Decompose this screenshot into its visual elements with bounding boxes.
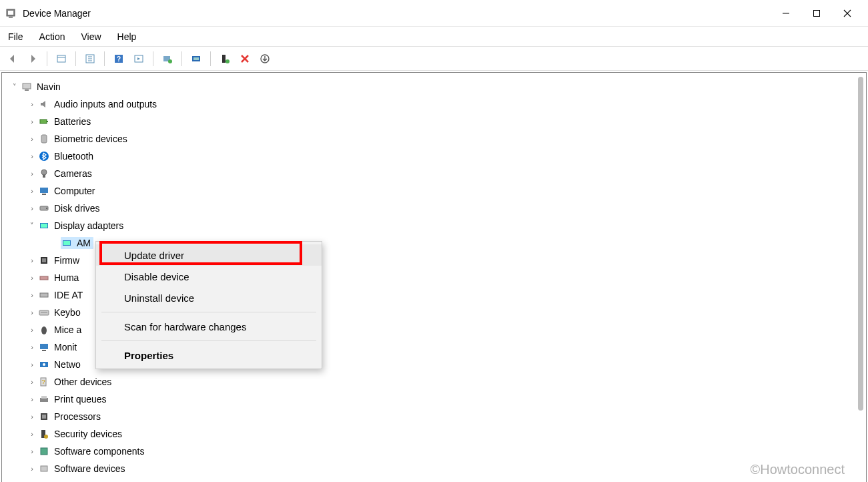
battery-icon [38, 115, 50, 128]
uninstall-device-button[interactable] [236, 50, 254, 67]
monitor-icon [38, 185, 50, 197]
chevron-right-icon[interactable]: › [27, 430, 37, 438]
minimize-button[interactable] [771, 3, 801, 24]
tree-node-label: Huma [54, 272, 79, 283]
show-hidden-button[interactable] [53, 50, 70, 67]
forward-button[interactable] [24, 50, 41, 67]
chevron-right-icon[interactable]: › [27, 135, 37, 143]
tree-node-computer[interactable]: › Computer [5, 182, 866, 200]
tree-node-processors[interactable]: › Processors [5, 408, 866, 425]
window-controls [771, 3, 863, 24]
tree-node-label: Firmw [54, 255, 79, 266]
close-button[interactable] [832, 3, 863, 24]
content-pane: ˅ Navin › Audio inputs and outputs › Bat… [1, 72, 867, 482]
tree-node-display-adapters[interactable]: ˅ Display adapters [5, 217, 866, 234]
svg-rect-20 [222, 55, 226, 63]
context-menu-properties[interactable]: Properties [96, 344, 322, 366]
enable-device-button[interactable] [216, 50, 234, 67]
update-driver-button[interactable] [187, 50, 205, 67]
context-menu-item-label: Scan for hardware changes [124, 321, 246, 332]
chevron-right-icon[interactable]: › [27, 326, 37, 334]
context-menu-disable-device[interactable]: Disable device [96, 266, 322, 287]
tree-node-biometric[interactable]: › Biometric devices [5, 130, 866, 148]
context-menu-uninstall-device[interactable]: Uninstall device [96, 287, 322, 308]
disable-device-button[interactable] [256, 50, 274, 67]
properties-button[interactable] [81, 50, 99, 67]
toolbar-separator [75, 51, 76, 66]
svg-point-21 [226, 59, 230, 63]
chevron-right-icon[interactable]: › [27, 308, 37, 316]
vertical-scrollbar[interactable] [855, 73, 865, 482]
tree-node-print-queues[interactable]: › Print queues [5, 391, 866, 408]
chevron-down-icon[interactable]: ˅ [10, 83, 19, 91]
tree-node-label: Keybo [54, 307, 81, 318]
chevron-right-icon[interactable]: › [27, 256, 37, 264]
tree-node-label: Software devices [54, 463, 125, 474]
chevron-right-icon[interactable]: › [27, 117, 37, 126]
toolbar: ? [0, 47, 868, 71]
tree-node-disk-drives[interactable]: › Disk drives [5, 200, 866, 217]
chip-icon [38, 254, 50, 266]
chevron-down-icon[interactable]: ˅ [27, 222, 37, 230]
tree-node-other-devices[interactable]: › ? Other devices [5, 373, 866, 391]
svg-point-31 [41, 170, 47, 175]
chevron-right-icon[interactable]: › [27, 447, 37, 455]
tree-node-label: Security devices [54, 429, 122, 439]
monitor-icon [38, 341, 50, 353]
svg-rect-29 [41, 135, 47, 143]
svg-rect-48 [40, 344, 48, 349]
chevron-right-icon[interactable]: › [27, 152, 37, 160]
tree-node-software-components[interactable]: › Software components [5, 443, 866, 460]
context-menu-update-driver[interactable]: Update driver [96, 244, 322, 266]
tree-node-label: Processors [54, 411, 101, 422]
disk-icon [38, 202, 50, 214]
chevron-right-icon[interactable]: › [27, 343, 37, 351]
context-menu: Update driver Disable device Uninstall d… [95, 241, 322, 369]
chevron-right-icon[interactable]: › [27, 378, 37, 386]
toolbar-separator [104, 51, 105, 66]
svg-point-47 [41, 326, 47, 334]
chevron-right-icon[interactable]: › [27, 413, 37, 421]
help-button[interactable]: ? [110, 50, 127, 67]
svg-rect-55 [41, 396, 47, 399]
tree-node-audio[interactable]: › Audio inputs and outputs [5, 95, 866, 113]
menu-action[interactable]: Action [37, 30, 68, 43]
fingerprint-icon [38, 133, 50, 145]
chevron-right-icon[interactable]: › [27, 204, 37, 212]
chevron-right-icon[interactable]: › [27, 170, 37, 178]
scan-hardware-button[interactable] [159, 50, 176, 67]
watermark: ©Howtoconnect [751, 462, 845, 477]
svg-rect-19 [193, 57, 199, 60]
chevron-right-icon[interactable]: › [27, 395, 37, 403]
toolbar-separator [47, 51, 47, 66]
security-icon [38, 428, 50, 440]
chevron-right-icon[interactable]: › [27, 465, 37, 473]
tree-root[interactable]: ˅ Navin [5, 78, 866, 95]
maximize-button[interactable] [801, 3, 832, 24]
tree-node-security[interactable]: › Security devices [5, 425, 866, 443]
chevron-right-icon[interactable]: › [27, 291, 37, 299]
chevron-right-icon[interactable]: › [27, 360, 37, 369]
menu-view[interactable]: View [78, 30, 103, 43]
chevron-right-icon[interactable]: › [27, 100, 37, 108]
action-button[interactable] [130, 50, 147, 67]
tree-node-batteries[interactable]: › Batteries [5, 113, 866, 130]
software-device-icon [38, 463, 50, 475]
tree-node-cameras[interactable]: › Cameras [5, 165, 866, 182]
scrollbar-thumb[interactable] [858, 77, 863, 411]
menu-file[interactable]: File [5, 30, 26, 43]
tree-node-bluetooth[interactable]: › Bluetooth [5, 148, 866, 165]
back-button[interactable] [4, 50, 21, 67]
computer-icon [21, 81, 33, 93]
menu-help[interactable]: Help [115, 30, 139, 43]
tree-node-label: Computer [54, 186, 95, 196]
chevron-right-icon[interactable]: › [27, 274, 37, 282]
context-menu-item-label: Update driver [124, 250, 184, 261]
keyboard-icon [38, 306, 50, 318]
chevron-right-icon[interactable]: › [27, 187, 37, 195]
camera-icon [38, 168, 50, 180]
tree-node-software-devices[interactable]: › Software devices [5, 460, 866, 477]
svg-rect-40 [63, 241, 70, 245]
svg-rect-1 [8, 11, 13, 15]
context-menu-scan-hardware[interactable]: Scan for hardware changes [96, 316, 322, 337]
